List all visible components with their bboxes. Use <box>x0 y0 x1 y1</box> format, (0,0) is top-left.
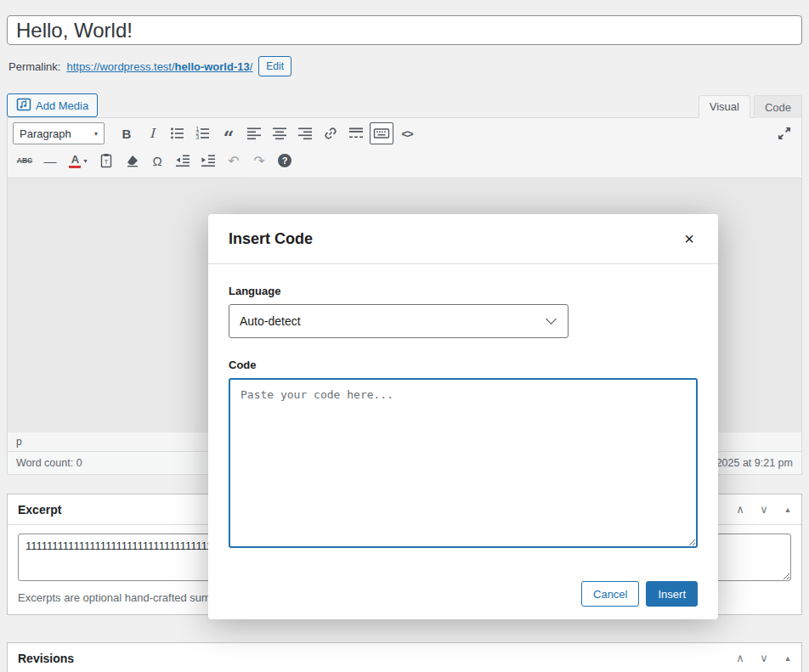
move-up-button[interactable]: ∧ <box>728 646 752 671</box>
toolbar-toggle-button[interactable] <box>370 122 393 144</box>
revisions-panel: Revisions ∧ ∨ ▲ <box>7 642 802 672</box>
post-title-input[interactable] <box>7 15 802 45</box>
indent-icon <box>200 152 217 169</box>
add-media-icon <box>16 97 31 115</box>
numbered-list-button[interactable]: 123 <box>191 122 215 144</box>
move-up-button[interactable]: ∧ <box>728 497 752 522</box>
align-right-button[interactable] <box>293 122 317 144</box>
language-select-wrap: Auto-detect <box>229 304 569 338</box>
bold-button[interactable]: B <box>115 122 139 144</box>
cancel-button[interactable]: Cancel <box>581 581 639 607</box>
editor-header: Add Media Visual Code <box>7 93 802 117</box>
permalink: Permalink: https://wordpress.test/hello-… <box>8 56 801 76</box>
text-color-swatch <box>69 166 81 168</box>
editor-toolbar-secondary: ABC — A ▾ T Ω ↶ ↷ <box>8 148 801 178</box>
clear-formatting-button[interactable] <box>120 150 144 172</box>
bold-icon: B <box>122 127 132 141</box>
blockquote-icon: “ <box>223 125 235 142</box>
indent-button[interactable] <box>196 150 220 172</box>
redo-icon: ↷ <box>253 153 264 169</box>
keyboard-icon <box>373 125 390 142</box>
fullscreen-button[interactable] <box>772 122 796 144</box>
modal-footer: Cancel Insert <box>208 551 718 619</box>
move-down-button[interactable]: ∨ <box>752 646 776 671</box>
read-more-icon <box>348 125 365 142</box>
paragraph-format-select[interactable]: Paragraph ▾ <box>13 122 105 144</box>
modal-body: Language Auto-detect Code <box>208 264 718 551</box>
code-button[interactable]: <> <box>395 122 419 144</box>
permalink-label: Permalink: <box>8 60 60 73</box>
italic-icon: I <box>150 126 155 141</box>
horizontal-rule-button[interactable]: — <box>38 150 62 172</box>
outdent-icon <box>174 152 191 169</box>
close-icon[interactable]: × <box>681 229 698 249</box>
italic-button[interactable]: I <box>140 122 164 144</box>
fullscreen-icon <box>776 125 793 142</box>
panel-handle-actions: ∧ ∨ ▲ <box>728 646 800 671</box>
outdent-button[interactable] <box>171 150 195 172</box>
redo-button[interactable]: ↷ <box>247 150 271 172</box>
text-color-icon: A <box>69 154 81 168</box>
eraser-icon <box>123 152 140 169</box>
help-button[interactable]: ? <box>273 150 297 172</box>
code-icon: <> <box>401 127 412 140</box>
element-path[interactable]: p <box>16 436 22 448</box>
language-select[interactable]: Auto-detect <box>229 304 569 338</box>
code-field: Code <box>229 359 698 551</box>
caret-down-icon: ▾ <box>83 157 87 165</box>
text-color-button[interactable]: A ▾ <box>64 150 93 172</box>
move-down-button[interactable]: ∨ <box>752 497 776 522</box>
tab-code[interactable]: Code <box>754 95 802 118</box>
align-left-button[interactable] <box>242 122 266 144</box>
permalink-link[interactable]: https://wordpress.test/hello-world-13/ <box>66 60 252 73</box>
code-label: Code <box>229 359 698 371</box>
panel-handle-actions: ∧ ∨ ▲ <box>728 497 800 522</box>
editor-mode-tabs: Visual Code <box>695 95 802 117</box>
blockquote-button[interactable]: “ <box>217 122 240 144</box>
modal-header: Insert Code × <box>208 214 718 264</box>
add-media-button[interactable]: Add Media <box>7 93 98 117</box>
last-edited-text: 2025 at 9:21 pm <box>716 457 793 469</box>
paste-as-text-button[interactable]: T <box>94 150 118 172</box>
revisions-panel-title: Revisions <box>18 652 74 665</box>
undo-button[interactable]: ↶ <box>222 150 246 172</box>
excerpt-panel-title: Excerpt <box>18 503 61 517</box>
align-center-button[interactable] <box>268 122 291 144</box>
help-icon: ? <box>278 154 291 167</box>
omega-icon: Ω <box>152 154 161 168</box>
editor-toolbar-primary: Paragraph ▾ B I 123 “ <box>8 118 801 148</box>
link-icon <box>322 125 339 142</box>
insert-button[interactable]: Insert <box>646 581 698 607</box>
revisions-panel-header[interactable]: Revisions ∧ ∨ ▲ <box>8 643 801 672</box>
tab-visual[interactable]: Visual <box>699 95 750 118</box>
undo-icon: ↶ <box>228 153 239 169</box>
caret-down-icon: ▾ <box>94 130 98 138</box>
word-count: Word count: 0 <box>16 457 82 469</box>
align-left-icon <box>246 125 263 142</box>
read-more-button[interactable] <box>344 122 368 144</box>
modal-title: Insert Code <box>229 230 313 248</box>
bulleted-list-icon <box>169 125 186 142</box>
align-right-icon <box>297 125 314 142</box>
strikethrough-icon: ABC <box>17 156 32 165</box>
numbered-list-icon: 123 <box>195 125 212 142</box>
align-center-icon <box>271 125 288 142</box>
language-label: Language <box>229 285 698 297</box>
strikethrough-button[interactable]: ABC <box>13 150 37 172</box>
paste-as-text-icon: T <box>98 152 115 169</box>
toggle-panel-button[interactable]: ▲ <box>776 497 800 522</box>
toggle-panel-button[interactable]: ▲ <box>776 646 800 671</box>
svg-text:3: 3 <box>196 134 200 140</box>
insert-code-modal: Insert Code × Language Auto-detect Code … <box>208 214 718 619</box>
code-textarea[interactable] <box>229 378 698 548</box>
horizontal-rule-icon: — <box>44 154 57 168</box>
edit-permalink-button[interactable]: Edit <box>258 56 291 76</box>
bulleted-list-button[interactable] <box>166 122 190 144</box>
special-character-button[interactable]: Ω <box>145 150 169 172</box>
link-button[interactable] <box>319 122 342 144</box>
svg-text:T: T <box>105 158 109 166</box>
